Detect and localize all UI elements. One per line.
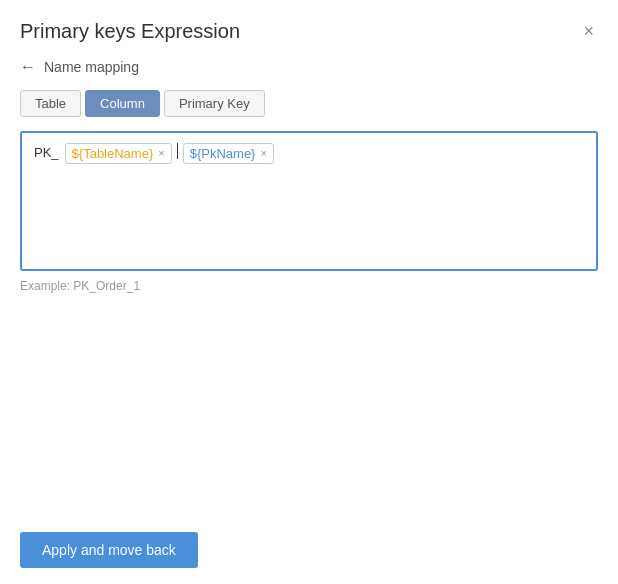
back-nav[interactable]: ← Name mapping [0, 54, 618, 90]
tab-table[interactable]: Table [20, 90, 81, 117]
token-tablename-close[interactable]: × [158, 148, 164, 159]
footer: Apply and move back [0, 516, 618, 584]
expression-input-area[interactable]: PK_ ${TableName} × ${PkName} × [20, 131, 598, 271]
close-button[interactable]: × [579, 18, 598, 44]
dialog-header: Primary keys Expression × [0, 0, 618, 54]
example-text: Example: PK_Order_1 [20, 279, 598, 293]
token-pkname: ${PkName} × [183, 143, 274, 164]
token-pk-prefix: PK_ [32, 143, 61, 162]
tab-primary-key[interactable]: Primary Key [164, 90, 265, 117]
dialog-title: Primary keys Expression [20, 20, 240, 43]
primary-keys-expression-dialog: Primary keys Expression × ← Name mapping… [0, 0, 618, 584]
token-pkname-close[interactable]: × [260, 148, 266, 159]
text-cursor [177, 143, 178, 159]
tab-column[interactable]: Column [85, 90, 160, 117]
back-arrow-icon: ← [20, 58, 36, 76]
apply-and-move-back-button[interactable]: Apply and move back [20, 532, 198, 568]
token-tablename: ${TableName} × [65, 143, 172, 164]
tab-bar: Table Column Primary Key [0, 90, 618, 117]
back-nav-label: Name mapping [44, 59, 139, 75]
